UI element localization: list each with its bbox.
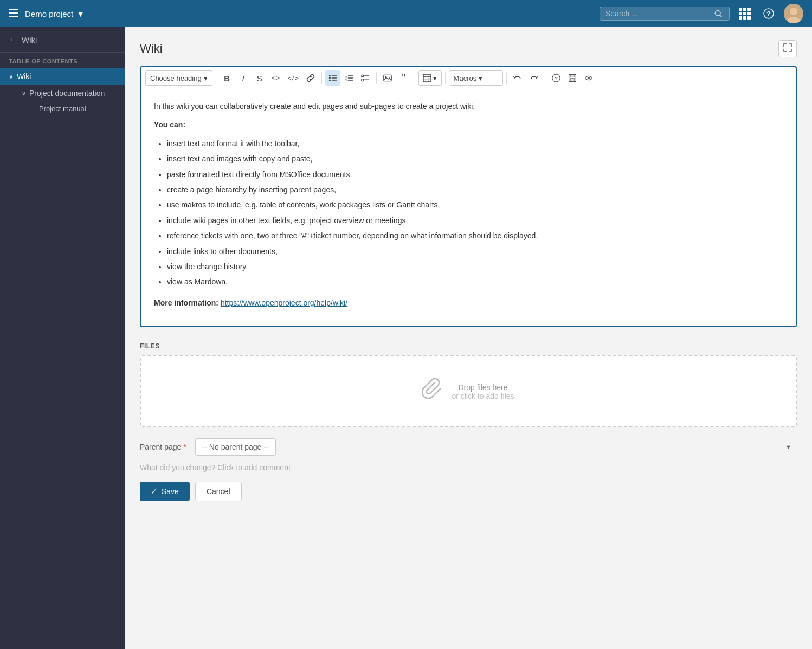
heading-dropdown[interactable]: Choose heading ▾ bbox=[145, 70, 212, 86]
paperclip-icon bbox=[422, 378, 444, 405]
svg-line-4 bbox=[720, 15, 722, 17]
expand-button[interactable] bbox=[778, 40, 797, 57]
undo-icon bbox=[513, 74, 522, 82]
task-list-button[interactable] bbox=[358, 70, 373, 86]
drop-primary-text: Drop files here bbox=[452, 383, 514, 392]
svg-rect-28 bbox=[423, 74, 431, 82]
svg-rect-13 bbox=[331, 77, 337, 79]
heading-label: Choose heading bbox=[150, 74, 202, 82]
code-block-icon: </> bbox=[288, 75, 299, 82]
grid-apps-button[interactable] bbox=[736, 5, 753, 22]
svg-rect-25 bbox=[364, 79, 369, 80]
chevron-down-icon: ∨ bbox=[22, 90, 26, 97]
svg-rect-1 bbox=[9, 12, 18, 14]
avatar-image bbox=[784, 4, 803, 23]
svg-rect-21 bbox=[347, 80, 353, 81]
save-draft-button[interactable] bbox=[565, 70, 580, 86]
list-item: use makros to include, e.g. table of con… bbox=[167, 199, 783, 211]
list-item: paste formatted text directly from MSOff… bbox=[167, 168, 783, 180]
table-dropdown[interactable]: ▾ bbox=[418, 70, 442, 86]
comment-input[interactable]: What did you change? Click to add commen… bbox=[140, 463, 797, 472]
search-bar[interactable] bbox=[600, 7, 730, 21]
strikethrough-button[interactable]: S bbox=[252, 70, 267, 86]
sidebar-item-project-manual[interactable]: Project manual bbox=[30, 101, 125, 116]
drop-zone-content: Drop files here or click to add files bbox=[163, 378, 774, 405]
svg-text:?: ? bbox=[766, 10, 771, 18]
heading-chevron-icon: ▾ bbox=[204, 74, 208, 82]
editor-bullet-list: insert text and format it with the toolb… bbox=[167, 138, 783, 288]
unordered-list-button[interactable] bbox=[325, 70, 340, 86]
files-section: FILES Drop files here or click to add fi… bbox=[140, 342, 797, 427]
svg-point-12 bbox=[328, 77, 330, 79]
sidebar-back-button[interactable]: ← Wiki bbox=[0, 27, 125, 53]
actions-section: ✓ Save Cancel bbox=[140, 482, 797, 501]
sidebar-wiki-label: Wiki bbox=[22, 35, 37, 44]
grid-icon bbox=[739, 8, 751, 20]
list-item: view the change history, bbox=[167, 261, 783, 272]
svg-rect-23 bbox=[364, 75, 369, 76]
help-toolbar-button[interactable]: ? bbox=[549, 70, 564, 86]
save-button[interactable]: ✓ Save bbox=[140, 482, 190, 501]
parent-page-select[interactable]: -- No parent page -- bbox=[195, 438, 276, 456]
list-item: insert text and images with copy and pas… bbox=[167, 153, 783, 165]
sidebar-item-wiki[interactable]: ∨ Wiki bbox=[0, 68, 125, 85]
undo-button[interactable] bbox=[510, 70, 525, 86]
svg-rect-36 bbox=[570, 75, 575, 77]
svg-rect-11 bbox=[331, 75, 337, 76]
bold-button[interactable]: B bbox=[220, 70, 235, 86]
help-button[interactable]: ? bbox=[760, 5, 777, 22]
link-button[interactable] bbox=[303, 70, 318, 86]
toolbar-divider-7 bbox=[545, 72, 545, 84]
image-button[interactable] bbox=[380, 70, 395, 86]
editor-content[interactable]: In this wiki you can collaboratively cre… bbox=[141, 89, 796, 326]
editor-more-info: More information: https://www.openprojec… bbox=[154, 297, 783, 309]
page-header: Wiki bbox=[140, 40, 797, 57]
bold-icon: B bbox=[224, 74, 230, 83]
svg-rect-19 bbox=[347, 77, 353, 79]
help-icon: ? bbox=[763, 8, 774, 19]
italic-icon: I bbox=[242, 74, 244, 83]
drop-text: Drop files here or click to add files bbox=[452, 383, 514, 400]
macros-dropdown[interactable]: Macros ▾ bbox=[449, 70, 503, 86]
italic-button[interactable]: I bbox=[236, 70, 251, 86]
hamburger-menu[interactable] bbox=[9, 8, 18, 20]
help-toolbar-icon: ? bbox=[552, 74, 560, 82]
drop-secondary-text: or click to add files bbox=[452, 392, 514, 400]
quote-button[interactable]: " bbox=[396, 70, 411, 86]
cancel-button[interactable]: Cancel bbox=[195, 482, 242, 501]
svg-rect-17 bbox=[347, 75, 353, 76]
more-info-link[interactable]: https://www.openproject.org/help/wiki/ bbox=[221, 298, 347, 307]
list-item: create a page hierarchy by inserting par… bbox=[167, 184, 783, 196]
avatar[interactable] bbox=[784, 4, 803, 23]
inline-code-button[interactable]: <> bbox=[268, 70, 283, 86]
save-label: Save bbox=[162, 487, 179, 496]
sidebar-item-project-documentation[interactable]: ∨ Project documentation bbox=[17, 85, 125, 101]
search-input[interactable] bbox=[605, 9, 714, 18]
svg-text:?: ? bbox=[555, 75, 558, 81]
svg-point-10 bbox=[328, 75, 330, 76]
toolbar-divider-1 bbox=[216, 72, 216, 84]
sidebar-project-doc-label: Project documentation bbox=[29, 89, 105, 98]
project-name[interactable]: Demo project ▼ bbox=[25, 9, 85, 18]
sidebar: ← Wiki TABLE OF CONTENTS ∨ Wiki ∨ Projec… bbox=[0, 27, 125, 649]
svg-point-38 bbox=[588, 77, 590, 79]
redo-button[interactable] bbox=[526, 70, 542, 86]
svg-rect-2 bbox=[9, 16, 18, 17]
svg-text:3.: 3. bbox=[345, 79, 347, 82]
code-block-button[interactable]: </> bbox=[285, 70, 302, 86]
parent-page-label: Parent page * bbox=[140, 443, 186, 451]
sidebar-wiki-item-label: Wiki bbox=[17, 72, 31, 81]
link-icon bbox=[306, 74, 315, 82]
preview-button[interactable] bbox=[581, 70, 596, 86]
sidebar-sub-section: ∨ Project documentation Project manual bbox=[0, 85, 125, 116]
file-drop-zone[interactable]: Drop files here or click to add files bbox=[140, 355, 797, 427]
preview-icon bbox=[584, 74, 593, 82]
list-item: insert text and format it with the toolb… bbox=[167, 138, 783, 150]
back-arrow-icon: ← bbox=[9, 35, 17, 44]
ordered-list-button[interactable]: 1. 2. 3. bbox=[341, 70, 357, 86]
editor-you-can: You can: bbox=[154, 119, 783, 131]
strikethrough-icon: S bbox=[257, 74, 262, 83]
sidebar-sub-sub-section: Project manual bbox=[17, 101, 125, 116]
comment-section[interactable]: What did you change? Click to add commen… bbox=[140, 463, 797, 472]
main-content: Wiki Choose heading ▾ B bbox=[125, 27, 812, 649]
